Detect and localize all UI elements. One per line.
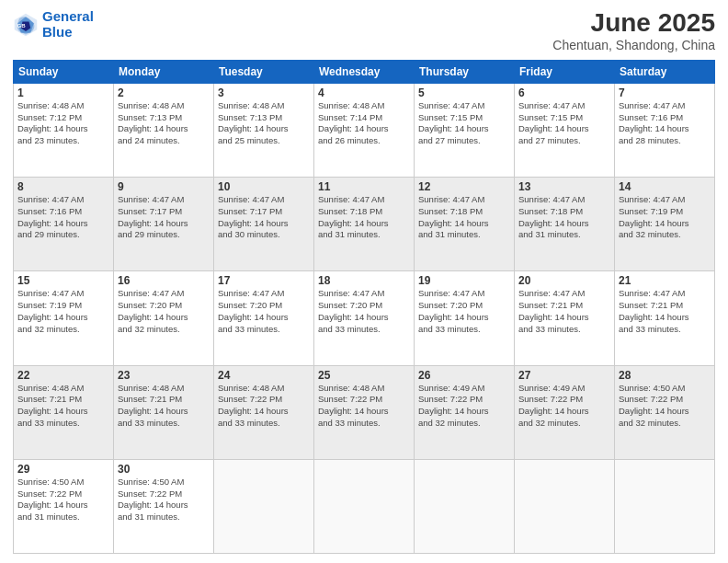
day-number: 28 [619, 369, 711, 382]
day-number: 8 [17, 180, 109, 193]
table-row [214, 459, 314, 553]
day-info: Sunrise: 4:50 AM Sunset: 7:22 PM Dayligh… [17, 477, 109, 523]
logo-text: General Blue [42, 9, 94, 40]
col-thursday: Thursday [415, 60, 515, 83]
col-saturday: Saturday [615, 60, 715, 83]
table-row: 20Sunrise: 4:47 AM Sunset: 7:21 PM Dayli… [515, 271, 615, 365]
day-info: Sunrise: 4:47 AM Sunset: 7:20 PM Dayligh… [318, 288, 410, 335]
logo: GB General Blue [13, 9, 94, 40]
day-number: 7 [619, 86, 711, 99]
table-row: 14Sunrise: 4:47 AM Sunset: 7:19 PM Dayli… [615, 178, 715, 271]
table-row: 10Sunrise: 4:47 AM Sunset: 7:17 PM Dayli… [214, 178, 314, 271]
day-number: 24 [218, 369, 310, 382]
col-sunday: Sunday [14, 60, 114, 83]
day-info: Sunrise: 4:47 AM Sunset: 7:18 PM Dayligh… [518, 194, 610, 241]
table-row: 28Sunrise: 4:50 AM Sunset: 7:22 PM Dayli… [615, 365, 715, 459]
day-info: Sunrise: 4:47 AM Sunset: 7:21 PM Dayligh… [518, 288, 610, 335]
day-info: Sunrise: 4:48 AM Sunset: 7:12 PM Dayligh… [17, 100, 109, 147]
day-info: Sunrise: 4:48 AM Sunset: 7:13 PM Dayligh… [118, 100, 210, 147]
day-info: Sunrise: 4:47 AM Sunset: 7:21 PM Dayligh… [619, 288, 711, 335]
calendar-subtitle: Chentuan, Shandong, China [552, 38, 715, 52]
day-info: Sunrise: 4:47 AM Sunset: 7:16 PM Dayligh… [619, 100, 711, 147]
table-row: 22Sunrise: 4:48 AM Sunset: 7:21 PM Dayli… [14, 365, 114, 459]
day-info: Sunrise: 4:47 AM Sunset: 7:19 PM Dayligh… [619, 194, 711, 241]
table-row [515, 459, 615, 553]
day-number: 18 [318, 274, 410, 287]
title-block: June 2025 Chentuan, Shandong, China [552, 9, 715, 52]
day-info: Sunrise: 4:47 AM Sunset: 7:19 PM Dayligh… [17, 288, 109, 335]
day-info: Sunrise: 4:47 AM Sunset: 7:20 PM Dayligh… [218, 288, 310, 335]
table-row: 17Sunrise: 4:47 AM Sunset: 7:20 PM Dayli… [214, 271, 314, 365]
day-number: 10 [218, 180, 310, 193]
col-wednesday: Wednesday [314, 60, 415, 83]
table-row: 15Sunrise: 4:47 AM Sunset: 7:19 PM Dayli… [14, 271, 114, 365]
day-info: Sunrise: 4:47 AM Sunset: 7:16 PM Dayligh… [17, 194, 109, 241]
day-number: 19 [418, 274, 510, 287]
day-number: 15 [17, 274, 109, 287]
day-number: 29 [17, 463, 109, 476]
day-info: Sunrise: 4:48 AM Sunset: 7:21 PM Dayligh… [17, 383, 109, 430]
table-row: 6Sunrise: 4:47 AM Sunset: 7:15 PM Daylig… [515, 83, 615, 177]
day-info: Sunrise: 4:50 AM Sunset: 7:22 PM Dayligh… [118, 477, 210, 523]
day-info: Sunrise: 4:48 AM Sunset: 7:22 PM Dayligh… [218, 383, 310, 430]
day-number: 2 [118, 86, 210, 99]
table-row [415, 459, 515, 553]
day-info: Sunrise: 4:47 AM Sunset: 7:15 PM Dayligh… [418, 100, 510, 147]
table-row: 8Sunrise: 4:47 AM Sunset: 7:16 PM Daylig… [14, 178, 114, 271]
day-number: 1 [17, 86, 109, 99]
header: GB General Blue June 2025 Chentuan, Shan… [13, 9, 715, 52]
day-number: 13 [518, 180, 610, 193]
table-row: 26Sunrise: 4:49 AM Sunset: 7:22 PM Dayli… [415, 365, 515, 459]
day-number: 12 [418, 180, 510, 193]
day-number: 25 [318, 369, 410, 382]
day-info: Sunrise: 4:49 AM Sunset: 7:22 PM Dayligh… [518, 383, 610, 430]
day-number: 9 [118, 180, 210, 193]
table-row: 7Sunrise: 4:47 AM Sunset: 7:16 PM Daylig… [615, 83, 715, 177]
day-info: Sunrise: 4:50 AM Sunset: 7:22 PM Dayligh… [619, 383, 711, 430]
table-row: 2Sunrise: 4:48 AM Sunset: 7:13 PM Daylig… [114, 83, 214, 177]
table-row: 27Sunrise: 4:49 AM Sunset: 7:22 PM Dayli… [515, 365, 615, 459]
day-info: Sunrise: 4:48 AM Sunset: 7:21 PM Dayligh… [118, 383, 210, 430]
table-row: 16Sunrise: 4:47 AM Sunset: 7:20 PM Dayli… [114, 271, 214, 365]
day-info: Sunrise: 4:47 AM Sunset: 7:20 PM Dayligh… [118, 288, 210, 335]
table-row: 29Sunrise: 4:50 AM Sunset: 7:22 PM Dayli… [14, 459, 114, 553]
day-number: 27 [518, 369, 610, 382]
calendar-table: Sunday Monday Tuesday Wednesday Thursday… [13, 60, 715, 554]
table-row: 24Sunrise: 4:48 AM Sunset: 7:22 PM Dayli… [214, 365, 314, 459]
day-number: 26 [418, 369, 510, 382]
day-number: 4 [318, 86, 410, 99]
table-row: 1Sunrise: 4:48 AM Sunset: 7:12 PM Daylig… [14, 83, 114, 177]
table-row: 18Sunrise: 4:47 AM Sunset: 7:20 PM Dayli… [314, 271, 415, 365]
day-info: Sunrise: 4:47 AM Sunset: 7:18 PM Dayligh… [418, 194, 510, 241]
col-monday: Monday [114, 60, 214, 83]
table-row: 11Sunrise: 4:47 AM Sunset: 7:18 PM Dayli… [314, 178, 415, 271]
table-row: 4Sunrise: 4:48 AM Sunset: 7:14 PM Daylig… [314, 83, 415, 177]
header-row: Sunday Monday Tuesday Wednesday Thursday… [14, 60, 715, 83]
logo-icon: GB [13, 12, 39, 38]
day-info: Sunrise: 4:48 AM Sunset: 7:13 PM Dayligh… [218, 100, 310, 147]
day-info: Sunrise: 4:47 AM Sunset: 7:18 PM Dayligh… [318, 194, 410, 241]
page: GB General Blue June 2025 Chentuan, Shan… [0, 0, 728, 563]
day-info: Sunrise: 4:48 AM Sunset: 7:22 PM Dayligh… [318, 383, 410, 430]
logo-line2: Blue [42, 24, 73, 40]
day-number: 17 [218, 274, 310, 287]
table-row [314, 459, 415, 553]
day-info: Sunrise: 4:49 AM Sunset: 7:22 PM Dayligh… [418, 383, 510, 430]
table-row: 19Sunrise: 4:47 AM Sunset: 7:20 PM Dayli… [415, 271, 515, 365]
day-info: Sunrise: 4:47 AM Sunset: 7:15 PM Dayligh… [518, 100, 610, 147]
table-row: 3Sunrise: 4:48 AM Sunset: 7:13 PM Daylig… [214, 83, 314, 177]
table-row: 9Sunrise: 4:47 AM Sunset: 7:17 PM Daylig… [114, 178, 214, 271]
day-number: 3 [218, 86, 310, 99]
table-row: 30Sunrise: 4:50 AM Sunset: 7:22 PM Dayli… [114, 459, 214, 553]
table-row: 25Sunrise: 4:48 AM Sunset: 7:22 PM Dayli… [314, 365, 415, 459]
day-number: 22 [17, 369, 109, 382]
logo-line1: General [42, 8, 94, 24]
day-number: 14 [619, 180, 711, 193]
day-info: Sunrise: 4:47 AM Sunset: 7:17 PM Dayligh… [218, 194, 310, 241]
day-info: Sunrise: 4:47 AM Sunset: 7:17 PM Dayligh… [118, 194, 210, 241]
day-number: 5 [418, 86, 510, 99]
col-tuesday: Tuesday [214, 60, 314, 83]
day-number: 21 [619, 274, 711, 287]
svg-text:GB: GB [17, 21, 26, 28]
table-row: 13Sunrise: 4:47 AM Sunset: 7:18 PM Dayli… [515, 178, 615, 271]
